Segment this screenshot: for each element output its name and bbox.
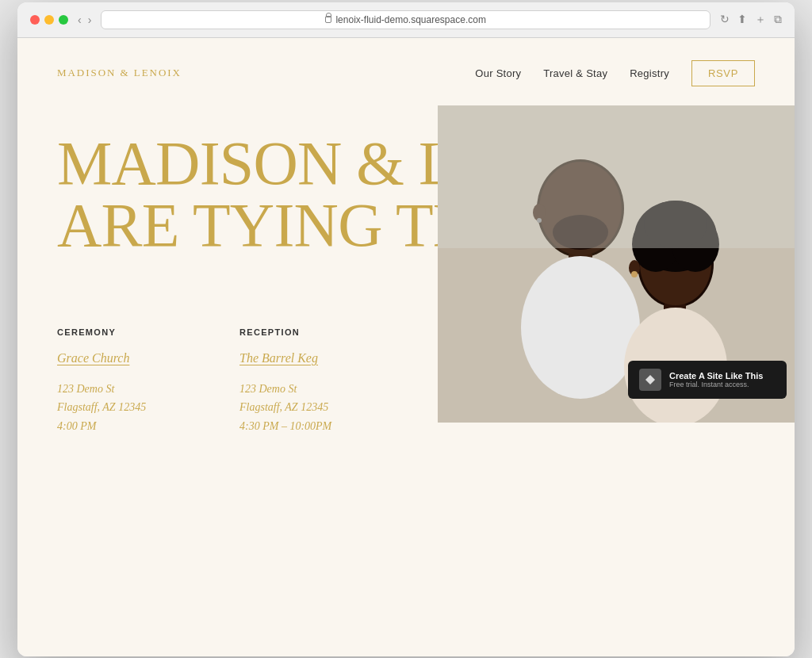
squarespace-sub-text: Free trial. Instant access. [669,381,763,388]
close-button[interactable] [30,15,40,25]
svg-rect-18 [438,105,795,248]
url-text: lenoix-fluid-demo.squarespace.com [335,14,485,25]
ceremony-address-line1: 123 Demo St [57,383,114,395]
refresh-icon[interactable]: ↻ [720,13,730,27]
squarespace-main-text: Create A Site Like This [669,371,763,381]
share-icon[interactable]: ⬆ [737,13,747,27]
ceremony-venue-link[interactable]: Grace Church [57,351,239,365]
new-tab-icon[interactable]: ＋ [755,13,766,27]
ceremony-column: CEREMONY Grace Church 123 Demo St Flagst… [57,327,239,436]
duplicate-icon[interactable]: ⧉ [774,13,782,27]
reception-column: RECEPTION The Barrel Keg 123 Demo St Fla… [239,327,422,436]
browser-window: ‹ › lenoix-fluid-demo.squarespace.com ↻ … [17,2,795,656]
back-icon[interactable]: ‹ [78,13,82,26]
reception-venue-link[interactable]: The Barrel Keg [239,351,422,365]
lock-icon [325,16,331,23]
details-section: CEREMONY Grace Church 123 Demo St Flagst… [17,327,795,436]
traffic-lights [30,15,68,25]
reception-label: RECEPTION [239,327,422,337]
nav-our-story[interactable]: Our Story [475,67,521,79]
maximize-button[interactable] [59,15,68,25]
nav-travel-stay[interactable]: Travel & Stay [543,67,607,79]
site-nav: MADISON & LENOIX Our Story Travel & Stay… [17,38,795,109]
squarespace-banner[interactable]: Create A Site Like This Free trial. Inst… [628,361,787,399]
reception-address-line1: 123 Demo St [239,383,297,395]
couple-photo-container: Create A Site Like This Free trial. Inst… [438,105,795,423]
page-content: MADISON & LENOIX Our Story Travel & Stay… [17,38,795,656]
ceremony-label: CEREMONY [57,327,239,337]
reception-address: 123 Demo St Flagstaff, AZ 12345 4:30 PM … [239,380,422,436]
browser-actions: ↻ ⬆ ＋ ⧉ [720,13,782,27]
ceremony-address-line2: Flagstaff, AZ 12345 [57,401,146,413]
ceremony-address: 123 Demo St Flagstaff, AZ 12345 4:00 PM [57,380,239,436]
address-bar[interactable]: lenoix-fluid-demo.squarespace.com [101,10,710,29]
squarespace-text-block: Create A Site Like This Free trial. Inst… [669,371,763,388]
browser-controls: ‹ › [78,13,91,26]
rsvp-button[interactable]: RSVP [691,60,755,86]
site-logo: MADISON & LENOIX [57,67,182,79]
nav-registry[interactable]: Registry [630,67,669,79]
nav-links: Our Story Travel & Stay Registry RSVP [475,60,755,86]
browser-chrome: ‹ › lenoix-fluid-demo.squarespace.com ↻ … [17,2,795,38]
svg-point-17 [631,271,638,277]
minimize-button[interactable] [44,15,54,25]
squarespace-logo [639,369,661,391]
couple-photo: Create A Site Like This Free trial. Inst… [438,105,795,423]
reception-time: 4:30 PM – 10:00PM [239,420,331,432]
reception-address-line2: Flagstaff, AZ 12345 [239,401,328,413]
forward-icon[interactable]: › [88,13,92,26]
svg-point-3 [521,256,640,399]
ceremony-time: 4:00 PM [57,420,96,432]
